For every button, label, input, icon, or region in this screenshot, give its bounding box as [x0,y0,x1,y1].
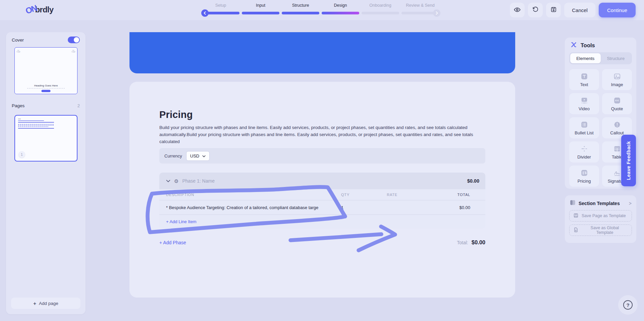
column-qty: QTY [338,193,365,197]
cover-label: Cover [12,38,24,43]
help-halo: ? [618,295,638,315]
tool-video[interactable]: Video [569,93,599,114]
cancel-button[interactable]: Cancel [564,3,595,17]
page-thumbnail-content [18,119,54,129]
step-design[interactable]: Design [322,3,359,14]
text-icon [581,72,588,80]
continue-button[interactable]: Continue [599,3,636,17]
phase-panel: ⚙ Phase 1: Name $0.00 DESCRIPTION QTY RA… [159,173,485,229]
signature-icon [613,169,621,177]
column-description: DESCRIPTION [166,193,338,197]
currency-select[interactable]: USD [186,151,210,161]
chevron-down-icon [202,153,206,158]
progress-steps: Setup Input Structure Design Onb [202,3,439,14]
pages-sidebar: Cover Logo Logo Heading Goes Here Pages … [6,32,86,314]
pages-label: Pages [12,103,24,108]
quote-icon [613,97,621,105]
step-onboarding[interactable]: Onboarding [362,3,399,14]
help-icon: ? [623,300,633,310]
forward-arrow-icon[interactable] [433,9,440,17]
tab-elements[interactable]: Elements [570,53,601,63]
topbar: ON brdly Setup Input Structure [0,0,644,20]
step-review-send[interactable]: Review & Send [401,3,439,14]
phase-name-input[interactable]: Phase 1: Name [182,178,215,184]
preview-button[interactable] [510,3,525,17]
leave-feedback-tab[interactable]: Leave Feedback [621,135,636,186]
undo-icon [532,6,539,14]
grand-total-label: Total: [457,240,468,245]
eye-icon [514,6,521,14]
undo-button[interactable] [528,3,543,17]
line-item-row: * Bespoke Audience Targeting: Creation o… [159,200,485,215]
save-page-template-button[interactable]: Save Page as Template [569,210,632,221]
image-icon [613,72,621,80]
line-item-description-input[interactable]: * Bespoke Audience Targeting: Creation o… [166,205,338,210]
callout-icon [613,121,621,129]
pricing-section-card: Pricing Build your pricing structure wit… [129,82,515,298]
pricing-footer-row: + Add Phase Total: $0.00 [159,239,485,246]
tool-bullet-list[interactable]: Bullet List [569,117,599,138]
cover-heading-rule [27,88,65,88]
tools-icon [570,41,577,50]
pricing-icon [581,169,588,177]
column-rate: RATE [365,193,401,197]
help-button[interactable]: ? [622,299,634,311]
step-structure[interactable]: Structure [282,3,319,14]
add-phase-button[interactable]: + Add Phase [159,240,186,245]
page-thumbnail-1[interactable]: 1 [14,115,77,162]
back-arrow-icon[interactable] [201,9,209,17]
tool-quote[interactable]: Quote [602,93,632,114]
tools-tabs: Elements Structure [569,52,632,64]
cover-logo-placeholder-left: Logo [16,50,20,53]
tool-text[interactable]: Text [569,69,599,90]
cover-thumbnail[interactable]: Logo Logo Heading Goes Here [14,47,77,94]
section-templates-header: Section Templates > [565,195,636,210]
tab-structure[interactable]: Structure [601,53,631,63]
section-templates-title: Section Templates [579,201,620,206]
plus-icon: + [33,301,36,306]
column-total: TOTAL [401,193,470,197]
chevron-right-icon[interactable]: > [629,201,632,206]
tools-header: Tools [565,38,636,52]
pages-row: Pages 2 [12,103,80,108]
pages-count: 2 [77,103,80,108]
line-item-total: $0.00 [401,205,470,210]
topbar-actions: Cancel Continue [510,3,636,17]
collapse-chevron-icon[interactable] [166,178,170,184]
grand-total: Total: $0.00 [457,239,485,246]
pricing-title[interactable]: Pricing [159,109,193,120]
section-templates-panel: Section Templates > Save Page as Templat… [565,195,636,243]
app-logo[interactable]: ON brdly [25,5,53,14]
add-line-item-button[interactable]: + Add Line Item [166,219,338,224]
bullet-list-icon [581,121,588,129]
tool-divider[interactable]: Divider [569,141,599,163]
phase-header: ⚙ Phase 1: Name $0.00 [159,173,485,189]
step-setup[interactable]: Setup [202,3,239,14]
phase-settings-gear-icon[interactable]: ⚙ [174,179,178,184]
cover-hero-block[interactable] [129,32,515,73]
layout-icon [570,199,576,207]
step-input[interactable]: Input [242,3,279,14]
logo-text: brdly [35,5,54,14]
cover-logo-placeholder-right: Logo [72,50,75,53]
line-item-qty-input[interactable]: 1 [338,205,365,210]
cover-button-placeholder [42,90,51,92]
video-icon [581,97,588,105]
divider-icon [581,145,588,153]
cover-row: Cover [12,36,80,44]
add-page-button[interactable]: + Add page [11,298,80,309]
table-icon [613,145,621,153]
pricing-table-header: DESCRIPTION QTY RATE TOTAL [159,189,485,200]
tool-image[interactable]: Image [602,69,632,90]
save-template-icon [573,213,579,219]
save-version-button[interactable] [546,3,561,17]
save-global-template-button[interactable]: Save as Global Template [569,224,632,236]
currency-label: Currency [164,153,182,158]
app-window: ON brdly Setup Input Structure [0,0,644,321]
tools-title: Tools [581,42,595,49]
pricing-description[interactable]: Build your pricing structure with phases… [159,124,486,145]
tool-pricing[interactable]: Pricing [569,166,599,187]
phase-subtotal: $0.00 [467,178,479,184]
cover-toggle[interactable] [68,37,80,43]
cover-heading-placeholder: Heading Goes Here [15,84,77,87]
